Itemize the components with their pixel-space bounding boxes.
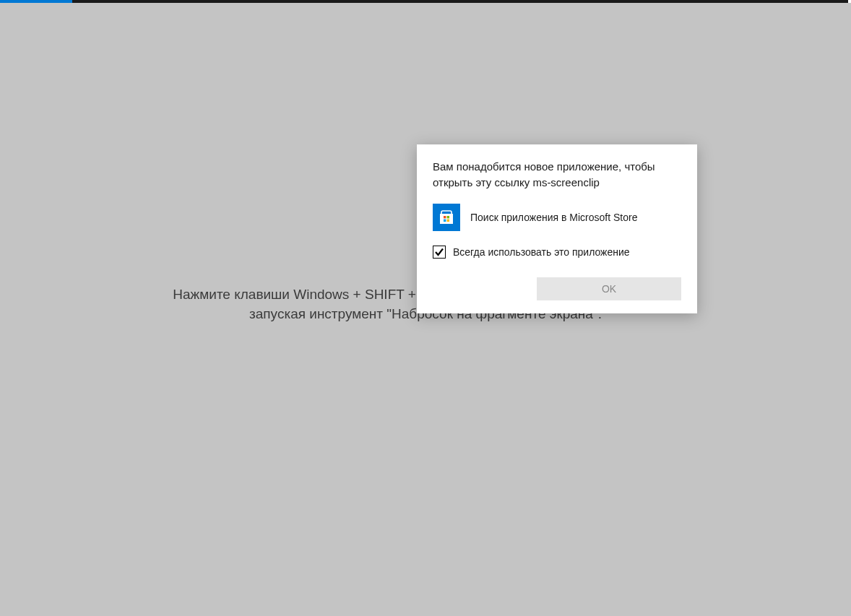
svg-rect-2 — [447, 216, 449, 218]
svg-rect-4 — [447, 219, 449, 221]
microsoft-store-icon — [433, 204, 460, 231]
always-use-checkbox[interactable] — [433, 246, 446, 259]
dialog-title: Вам понадобится новое приложение, чтобы … — [433, 159, 681, 191]
svg-rect-3 — [444, 219, 446, 221]
title-bar-edge — [848, 0, 851, 3]
title-bar — [0, 0, 851, 3]
progress-indicator — [0, 0, 72, 3]
svg-rect-1 — [444, 216, 446, 218]
always-use-label: Всегда использовать это приложение — [453, 246, 630, 258]
store-option-label: Поиск приложения в Microsoft Store — [470, 212, 637, 223]
store-search-option[interactable]: Поиск приложения в Microsoft Store — [433, 204, 681, 231]
ok-button[interactable]: OK — [537, 277, 681, 300]
svg-rect-0 — [440, 214, 453, 224]
dialog-button-row: OK — [433, 277, 681, 300]
always-use-row: Всегда использовать это приложение — [433, 246, 681, 259]
app-picker-dialog: Вам понадобится новое приложение, чтобы … — [417, 144, 697, 313]
